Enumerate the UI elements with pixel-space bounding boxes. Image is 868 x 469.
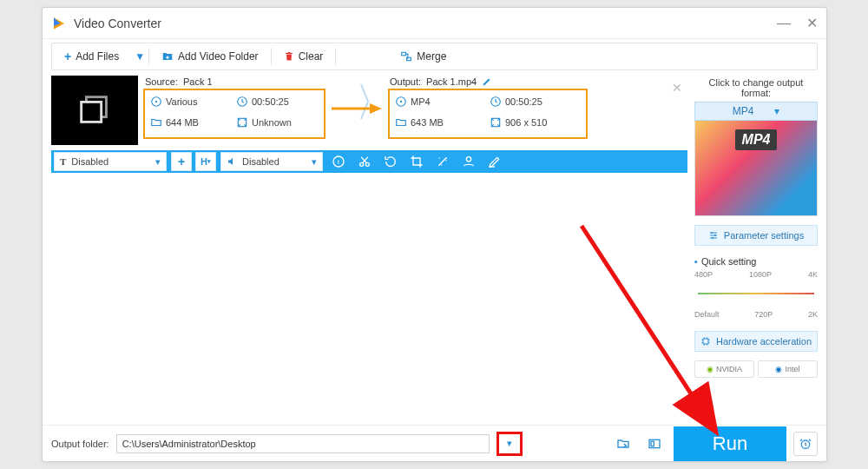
- format-name: MP4: [733, 105, 754, 117]
- crop-button[interactable]: [404, 150, 430, 173]
- format-badge: MP4: [735, 129, 778, 150]
- add-files-button[interactable]: + Add Files: [52, 43, 131, 69]
- svg-point-5: [155, 101, 157, 102]
- source-resolution: Unknown: [252, 117, 292, 128]
- chip-icon: [700, 336, 711, 347]
- folder-icon: [150, 116, 162, 129]
- add-subtitle-button[interactable]: +: [171, 152, 192, 171]
- output-resolution: 906 x 510: [505, 117, 547, 128]
- svg-point-24: [714, 234, 716, 236]
- svg-point-11: [400, 101, 402, 102]
- rotate-button[interactable]: [378, 150, 404, 173]
- output-panel: MP4 00:50:25 643 MB 906 x 510: [388, 89, 588, 139]
- audio-value: Disabled: [242, 156, 279, 167]
- svg-marker-9: [370, 103, 382, 114]
- clock-icon: [490, 96, 502, 108]
- source-prefix: Source:: [145, 76, 178, 87]
- svg-point-18: [438, 157, 439, 158]
- source-duration: 00:50:25: [252, 96, 289, 107]
- subtitle-dropdown[interactable]: T Disabled ▾: [54, 152, 167, 171]
- scale-4k: 4K: [808, 270, 818, 279]
- svg-point-20: [441, 164, 442, 165]
- remove-item-button[interactable]: ✕: [672, 81, 682, 95]
- footer: Output folder: ▾ Run: [43, 425, 826, 461]
- run-button[interactable]: Run: [674, 426, 786, 461]
- stack-icon: [75, 90, 115, 130]
- title-bar: Video Converter — ✕: [43, 8, 826, 39]
- schedule-button[interactable]: [793, 432, 818, 456]
- svg-point-23: [711, 232, 713, 234]
- format-hint-label: Click to change output format:: [694, 77, 818, 98]
- app-logo-icon: [51, 16, 67, 31]
- file-list-area: Source: Pack 1 Various 00:50:25 644 MB U…: [51, 76, 687, 425]
- format-preview[interactable]: MP4: [694, 121, 818, 216]
- minimize-button[interactable]: —: [777, 17, 791, 30]
- watermark-button[interactable]: [456, 150, 482, 173]
- parameter-settings-button[interactable]: Parameter settings: [694, 225, 818, 246]
- speaker-icon: [227, 156, 237, 167]
- scale-480p: 480P: [694, 270, 713, 279]
- disc-icon: [150, 96, 162, 108]
- svg-rect-28: [651, 441, 654, 446]
- dimensions-icon: [490, 116, 502, 129]
- scale-720p: 720P: [754, 310, 773, 319]
- output-size: 643 MB: [411, 117, 444, 128]
- folder-icon: [395, 116, 407, 129]
- svg-rect-0: [402, 52, 406, 56]
- source-header: Source: Pack 1: [145, 76, 324, 87]
- edit-name-icon[interactable]: [482, 76, 492, 87]
- cut-button[interactable]: [352, 150, 378, 173]
- file-item: Source: Pack 1 Various 00:50:25 644 MB U…: [51, 76, 687, 145]
- source-size: 644 MB: [166, 117, 199, 128]
- clear-label: Clear: [299, 50, 324, 63]
- chevron-down-icon: ▾: [312, 156, 317, 168]
- intel-label: Intel: [785, 365, 799, 373]
- close-button[interactable]: ✕: [806, 17, 818, 30]
- svg-text:i: i: [338, 158, 339, 166]
- chevron-down-icon: ▾: [155, 156, 161, 168]
- source-format: Various: [166, 96, 197, 107]
- nvidia-chip: ◉NVIDIA: [694, 360, 754, 378]
- bullet-icon: ▪: [694, 256, 698, 267]
- subtitle-settings-button[interactable]: H▾: [195, 152, 216, 171]
- dimensions-icon: [236, 116, 248, 129]
- video-thumbnail[interactable]: [51, 76, 138, 145]
- trash-icon: [284, 50, 294, 63]
- source-panel: Various 00:50:25 644 MB Unknown: [143, 89, 326, 139]
- output-header: Output: Pack 1.mp4: [390, 76, 586, 87]
- quick-setting: ▪Quick setting 480P 1080P 4K Default 720…: [694, 256, 818, 319]
- audio-dropdown[interactable]: Disabled ▾: [220, 152, 323, 171]
- svg-point-19: [445, 160, 446, 161]
- folder-plus-icon: [161, 50, 174, 63]
- output-folder-dropdown[interactable]: ▾: [496, 432, 523, 456]
- effects-button[interactable]: [430, 150, 456, 173]
- app-title: Video Converter: [74, 17, 161, 30]
- format-selector[interactable]: MP4 ▾: [694, 102, 818, 121]
- app-window: Video Converter — ✕ + Add Files ▼ Add Vi…: [42, 7, 827, 462]
- svg-point-21: [466, 157, 470, 162]
- plus-icon: +: [64, 50, 71, 63]
- merge-button[interactable]: Merge: [388, 43, 458, 69]
- edit-button[interactable]: [482, 150, 508, 173]
- add-files-label: Add Files: [76, 50, 119, 63]
- hw-label: Hardware acceleration: [716, 336, 812, 347]
- snapshot-button[interactable]: [642, 434, 667, 453]
- output-folder-input[interactable]: [116, 434, 490, 453]
- add-files-dropdown[interactable]: ▼: [131, 50, 148, 63]
- hardware-accel-button[interactable]: Hardware acceleration: [694, 331, 818, 352]
- quality-slider[interactable]: [694, 279, 818, 301]
- nvidia-label: NVIDIA: [716, 365, 742, 373]
- side-panel: Click to change output format: MP4 ▾ MP4…: [694, 76, 818, 425]
- open-folder-button[interactable]: [611, 434, 635, 453]
- run-label: Run: [713, 433, 747, 455]
- quick-title-label: Quick setting: [701, 256, 757, 267]
- output-format: MP4: [411, 96, 431, 107]
- clear-button[interactable]: Clear: [272, 43, 336, 69]
- output-prefix: Output:: [390, 76, 421, 87]
- add-folder-button[interactable]: Add Video Folder: [149, 43, 271, 69]
- intel-chip: ◉Intel: [758, 360, 818, 378]
- text-icon: T: [60, 156, 66, 167]
- output-duration: 00:50:25: [505, 96, 542, 107]
- info-button[interactable]: i: [326, 150, 352, 173]
- clock-icon: [236, 96, 248, 108]
